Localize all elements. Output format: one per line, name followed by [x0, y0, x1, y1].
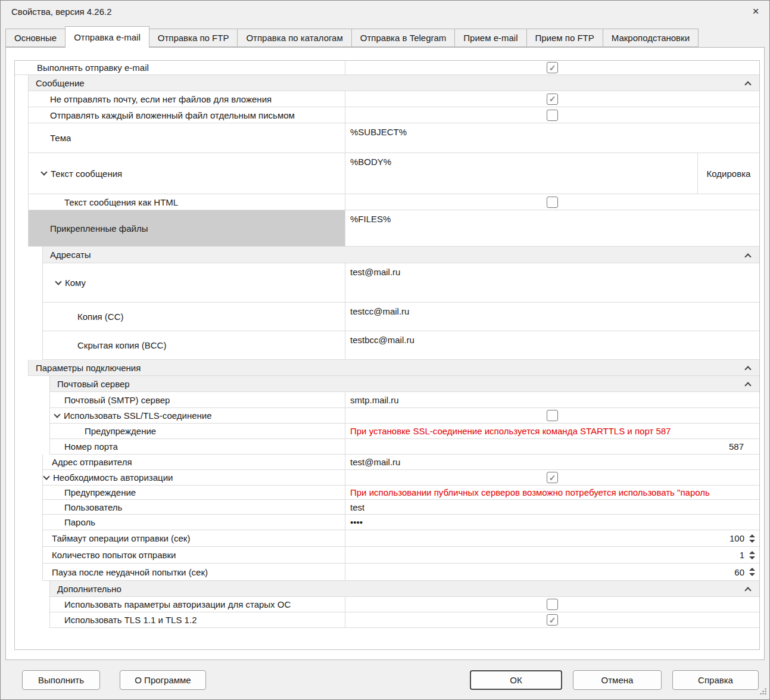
row-cc[interactable]: Копия (CC)testcc@mail.ru	[42, 303, 759, 331]
row-message-text-as-html[interactable]: Текст сообщения как HTML	[28, 194, 759, 210]
row-retry-pause-spinner[interactable]	[749, 568, 756, 576]
row-send-timeout-value-cell[interactable]: 100	[345, 530, 759, 546]
row-attached-files[interactable]: Прикрепленные файлы%FILES%	[28, 210, 759, 247]
spinner-up-icon[interactable]	[749, 551, 755, 554]
row-use-tls-11-12-checkbox[interactable]: ✓	[547, 614, 558, 626]
row-auth-warning[interactable]: ПредупреждениеПри использовании публичны…	[42, 486, 759, 500]
row-each-attachment-separate-letter-checkbox[interactable]	[547, 110, 558, 121]
row-no-mail-without-attachments[interactable]: Не отправлять почту, если нет файлов для…	[28, 91, 759, 107]
row-use-ssl-tls-value-cell[interactable]	[345, 408, 759, 423]
row-each-attachment-separate-letter[interactable]: Отправлять каждый вложенный файл отдельн…	[28, 107, 759, 123]
expand-chevron-icon[interactable]	[54, 411, 60, 418]
row-legacy-os-auth-checkbox[interactable]	[547, 599, 558, 610]
spinner-down-icon[interactable]	[749, 556, 755, 559]
collapse-chevron-icon[interactable]	[744, 366, 751, 372]
tab-send-email[interactable]: Отправка e-mail	[65, 26, 149, 48]
group-message[interactable]: Сообщение	[28, 75, 759, 91]
row-username[interactable]: Пользовательtest	[42, 500, 759, 515]
row-cc-value-cell[interactable]: testcc@mail.ru	[345, 303, 759, 331]
row-retry-pause-value-cell[interactable]: 60	[345, 564, 759, 580]
row-username-value-cell[interactable]: test	[345, 500, 759, 514]
expand-chevron-icon[interactable]	[40, 169, 47, 175]
row-message-text-value-cell[interactable]: %BODY%	[345, 153, 697, 194]
row-use-ssl-tls-checkbox[interactable]	[547, 410, 558, 421]
row-message-text-as-html-label: Текст сообщения как HTML	[64, 197, 178, 207]
row-send-timeout[interactable]: Таймаут операции отправки (сек)100	[42, 530, 759, 547]
tab-receive-ftp[interactable]: Прием по FTP	[526, 29, 603, 47]
tab-send-folders[interactable]: Отправка по каталогам	[237, 29, 351, 47]
spinner-up-icon[interactable]	[749, 568, 755, 571]
expand-chevron-icon[interactable]	[55, 278, 61, 285]
row-smtp-server-value-cell[interactable]: smtp.mail.ru	[345, 392, 759, 407]
row-password[interactable]: Пароль••••	[42, 515, 759, 530]
help-button[interactable]: Справка	[672, 670, 759, 690]
row-send-timeout-spinner[interactable]	[749, 534, 756, 543]
row-message-text-as-html-checkbox[interactable]	[547, 197, 558, 208]
row-bcc[interactable]: Скрытая копия (BCC)testbcc@mail.ru	[42, 331, 759, 360]
collapse-chevron-icon[interactable]	[744, 382, 751, 388]
row-auth-required[interactable]: Необходимость авторизации✓	[42, 470, 759, 486]
group-mail-server-label: Почтовый сервер	[50, 379, 130, 389]
row-port-number[interactable]: Номер порта587	[49, 439, 759, 455]
row-use-ssl-tls-label-cell: Использовать SSL/TLS-соединение	[50, 408, 345, 423]
ok-button[interactable]: ОК	[470, 670, 562, 690]
row-retry-pause[interactable]: Пауза после неудачной попытки (сек)60	[42, 564, 759, 581]
expand-chevron-icon[interactable]	[43, 473, 49, 480]
resize-grip-icon[interactable]	[759, 687, 767, 698]
row-subject-value: %SUBJECT%	[345, 127, 407, 137]
row-send-attempts[interactable]: Количество попыток отправки1	[42, 547, 759, 564]
group-additional[interactable]: Дополнительно	[49, 581, 759, 597]
row-send-email-enabled-label-cell: Выполнять отправку e-mail	[15, 61, 345, 74]
spinner-down-icon[interactable]	[749, 540, 755, 543]
row-send-email-enabled-checkbox[interactable]: ✓	[547, 62, 558, 73]
cancel-button[interactable]: Отмена	[573, 670, 662, 690]
collapse-chevron-icon[interactable]	[744, 587, 751, 593]
collapse-chevron-icon[interactable]	[744, 81, 751, 88]
row-send-email-enabled[interactable]: Выполнять отправку e-mail✓	[15, 61, 759, 75]
row-each-attachment-separate-letter-value-cell[interactable]	[345, 107, 759, 123]
row-no-mail-without-attachments-value-cell[interactable]: ✓	[345, 91, 759, 107]
group-connection-params[interactable]: Параметры подключения	[28, 360, 759, 376]
collapse-chevron-icon[interactable]	[744, 253, 751, 260]
group-mail-server[interactable]: Почтовый сервер	[49, 376, 759, 392]
row-subject-value-cell[interactable]: %SUBJECT%	[345, 123, 759, 153]
row-sender-address-value-cell[interactable]: test@mail.ru	[345, 455, 759, 469]
row-to-value-cell[interactable]: test@mail.ru	[345, 263, 759, 302]
row-bcc-value-cell[interactable]: testbcc@mail.ru	[345, 331, 759, 359]
tab-receive-email[interactable]: Прием e-mail	[454, 29, 526, 47]
row-auth-warning-value-cell[interactable]: При использовании публичных серверов воз…	[345, 486, 759, 499]
tab-send-ftp[interactable]: Отправка по FTP	[149, 29, 238, 47]
row-use-tls-11-12[interactable]: Использовать TLS 1.1 и TLS 1.2✓	[49, 612, 759, 628]
row-legacy-os-auth-value-cell[interactable]	[345, 597, 759, 612]
row-auth-required-value-cell[interactable]: ✓	[345, 470, 759, 485]
spinner-up-icon[interactable]	[749, 534, 755, 537]
close-button[interactable]: ×	[742, 1, 769, 22]
row-to[interactable]: Комуtest@mail.ru	[42, 263, 759, 303]
row-ssl-warning[interactable]: ПредупреждениеПри установке SSL-соединен…	[49, 424, 759, 439]
encoding-button[interactable]: Кодировка	[697, 153, 759, 194]
run-button[interactable]: Выполнить	[22, 670, 100, 690]
row-message-text-as-html-value-cell[interactable]	[345, 194, 759, 210]
row-send-attempts-spinner[interactable]	[749, 551, 756, 559]
tab-basic[interactable]: Основные	[5, 29, 66, 47]
row-auth-required-checkbox[interactable]: ✓	[547, 472, 558, 483]
about-button[interactable]: О Программе	[120, 670, 206, 690]
spinner-down-icon[interactable]	[749, 573, 755, 576]
row-sender-address[interactable]: Адрес отправителяtest@mail.ru	[42, 455, 759, 470]
row-subject[interactable]: Тема%SUBJECT%	[28, 123, 759, 153]
row-port-number-value-cell[interactable]: 587	[345, 439, 759, 454]
row-attached-files-value-cell[interactable]: %FILES%	[345, 210, 759, 246]
row-use-tls-11-12-value-cell[interactable]: ✓	[345, 612, 759, 627]
row-message-text[interactable]: Текст сообщения%BODY%Кодировка	[28, 153, 759, 194]
group-recipients[interactable]: Адресаты	[42, 247, 759, 263]
row-smtp-server[interactable]: Почтовый (SMTP) серверsmtp.mail.ru	[49, 392, 759, 408]
row-send-email-enabled-value-cell[interactable]: ✓	[345, 61, 759, 74]
row-no-mail-without-attachments-checkbox[interactable]: ✓	[547, 94, 558, 105]
tab-send-telegram[interactable]: Отправка в Telegram	[351, 29, 456, 47]
row-ssl-warning-value-cell[interactable]: При установке SSL-соединение используетс…	[345, 424, 759, 438]
row-use-ssl-tls[interactable]: Использовать SSL/TLS-соединение	[49, 408, 759, 424]
row-legacy-os-auth[interactable]: Использовать параметры авторизации для с…	[49, 597, 759, 612]
row-password-value-cell[interactable]: ••••	[345, 515, 759, 530]
tab-macros[interactable]: Макроподстановки	[603, 29, 699, 47]
row-send-attempts-value-cell[interactable]: 1	[345, 547, 759, 563]
